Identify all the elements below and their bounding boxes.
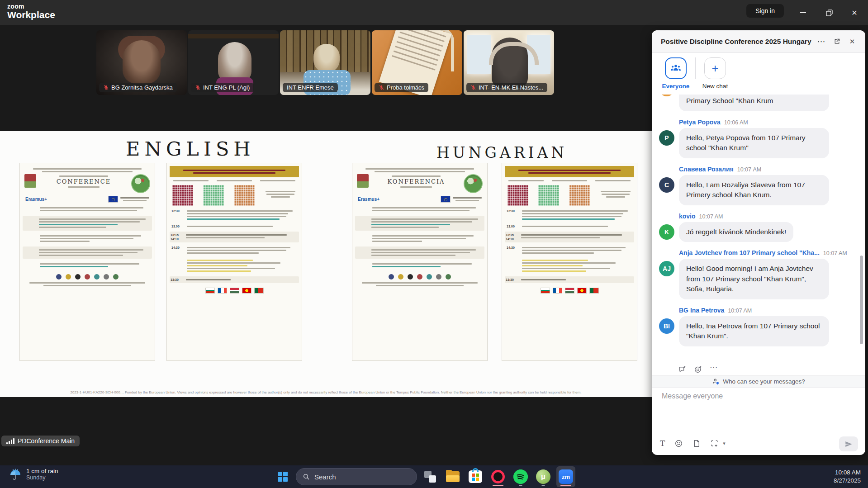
sender-name: Славева Розалия: [679, 166, 734, 173]
taskbar-clock[interactable]: 10:08 AM 8/27/2025: [834, 469, 861, 485]
schedule-time: 13:00: [171, 224, 184, 228]
muted-mic-icon: [195, 85, 201, 90]
poster-title: CONFERENCE: [39, 178, 128, 185]
participant-name-pill: INT ENFR Emese: [283, 83, 338, 92]
video-tile-participant-4[interactable]: Proba tolmács: [372, 30, 462, 95]
utorrent-icon: µ: [536, 469, 550, 484]
participant-name-pill: INT ENG-PL (Agi): [191, 83, 254, 92]
portugal-flag: [254, 288, 264, 294]
reply-in-thread-icon[interactable]: [678, 365, 687, 374]
erasmus-logo: Erasmus+: [358, 197, 379, 202]
message-bubble: Jó reggelt kívánok Mindenkinek!: [679, 222, 793, 242]
running-app-indicator: [519, 485, 522, 486]
spotify-button[interactable]: [511, 466, 530, 487]
schedule-time: 14:30: [171, 246, 184, 250]
minimize-icon: [800, 12, 806, 13]
chat-header: Positive Discipline Conference 2025 Hung…: [652, 30, 865, 53]
weather-day: Sunday: [26, 474, 58, 481]
avatar: AJ: [659, 261, 674, 276]
more-actions-icon[interactable]: ⋯: [710, 365, 717, 374]
minimize-button[interactable]: [796, 5, 810, 20]
participant-silhouette: [218, 42, 251, 83]
participant-name: Proba tolmács: [387, 84, 424, 91]
file-explorer-button[interactable]: [443, 466, 462, 487]
taskbar-weather-widget[interactable]: 1 cm of rain Sunday: [9, 468, 58, 481]
task-view-button[interactable]: [421, 466, 440, 487]
qr-code-orange: [569, 185, 590, 206]
country-flags-row: [171, 288, 297, 294]
screenshot-icon[interactable]: [710, 439, 719, 448]
start-button[interactable]: [273, 466, 292, 487]
format-text-icon[interactable]: T: [660, 439, 665, 448]
pop-out-chat-button[interactable]: [831, 36, 843, 47]
chat-title: Positive Discipline Conference 2025 Hung…: [661, 38, 812, 46]
muted-mic-icon: [103, 85, 109, 90]
emoji-icon[interactable]: [674, 439, 683, 448]
attach-file-icon[interactable]: [693, 439, 701, 448]
sender-name: Anja Jovtchev from 107 Primary school "K…: [679, 249, 820, 256]
participant-name-pill: BG Zornitsa Gaydarska: [99, 83, 177, 92]
tab-new-chat-label: New chat: [702, 83, 728, 90]
who-can-see-bar[interactable]: Who can see your messages?: [652, 375, 865, 388]
opera-gx-button[interactable]: [489, 466, 508, 487]
people-icon: [670, 62, 682, 74]
message-time: 10:07 AM: [728, 308, 752, 314]
restore-button[interactable]: [822, 5, 836, 20]
close-window-button[interactable]: ✕: [847, 5, 862, 20]
video-tile-participant-3[interactable]: INT ENFR Emese: [280, 30, 370, 95]
taskbar-center-icons: Search µ: [273, 465, 575, 488]
message-bubble: Hello, I'm Evelina Kabakova from 107 Pri…: [679, 95, 829, 111]
slide-heading-english: ENGLISH: [126, 137, 255, 160]
opera-gx-icon: [491, 470, 505, 483]
schedule-time: 13:1514:10: [506, 233, 518, 241]
chat-message: AJ Anja Jovtchev from 107 Primary school…: [652, 249, 857, 299]
avatar: K: [659, 224, 674, 240]
bulgaria-flag: [541, 288, 550, 294]
zoom-workplace-window: zoom Workplace Sign in ✕ BG: [0, 0, 868, 488]
rain-umbrella-icon: [9, 468, 22, 481]
tab-everyone[interactable]: Everyone: [662, 57, 690, 90]
shared-screen-content: ENGLISH HUNGARIAN CONFERENCE Erasmus+: [0, 131, 652, 397]
message-bubble: Hello! Good morning! I am Anja Jovtchev …: [679, 259, 829, 299]
message-time: 10:06 AM: [724, 119, 748, 126]
bulgaria-flag: [205, 288, 215, 294]
portugal-flag: [589, 288, 599, 294]
tab-new-chat[interactable]: + New chat: [701, 57, 729, 90]
microsoft-store-button[interactable]: [466, 466, 485, 487]
sender-name: kovio: [679, 213, 696, 220]
video-tile-participant-5[interactable]: INT- EN-MK Eli Nastes...: [464, 30, 554, 95]
privacy-person-icon: [712, 378, 720, 385]
video-thumbnail-strip: BG Zornitsa Gaydarska INT ENG-PL (Agi): [96, 30, 554, 95]
message-input[interactable]: Message everyone: [662, 392, 723, 400]
send-message-button[interactable]: [839, 436, 858, 451]
video-tile-participant-1[interactable]: BG Zornitsa Gaydarska: [96, 30, 187, 95]
chat-message-list[interactable]: Hello, I'm Evelina Kabakova from 107 Pri…: [652, 95, 865, 361]
sign-in-button[interactable]: Sign in: [746, 4, 784, 18]
schedule-time: 14:30: [507, 246, 519, 250]
participant-name: BG Zornitsa Gaydarska: [111, 84, 173, 91]
chat-panel: Positive Discipline Conference 2025 Hung…: [652, 30, 865, 455]
muted-mic-icon: [470, 85, 476, 90]
partner-logos-row: [357, 274, 483, 280]
chat-scrollbar-thumb[interactable]: [860, 256, 863, 344]
schedule-time: 13:1514:10: [171, 233, 183, 241]
pd-schools-logo: [24, 174, 36, 188]
pop-out-icon: [833, 38, 841, 45]
zoom-app-button[interactable]: zm: [556, 466, 575, 487]
participant-name: INT ENG-PL (Agi): [203, 84, 250, 91]
participant-silhouette: [313, 44, 340, 73]
chevron-down-icon[interactable]: ▾: [723, 441, 726, 446]
signal-bars-icon: [6, 438, 14, 444]
add-reaction-icon[interactable]: [694, 365, 702, 374]
utorrent-button[interactable]: µ: [534, 466, 553, 487]
chat-message: C Славева Розалия10:07 AM Hello, I am Ro…: [652, 166, 857, 205]
message-bubble: Hello, Ina Petrova from 107 Primary scho…: [679, 316, 829, 346]
avatar: [659, 95, 674, 96]
taskbar-search-input[interactable]: Search: [296, 468, 417, 485]
video-tile-participant-2[interactable]: INT ENG-PL (Agi): [188, 30, 279, 95]
chat-more-options-button[interactable]: ⋯: [816, 36, 827, 47]
pd-schools-logo: [357, 174, 369, 188]
message-hover-actions: ⋯: [678, 365, 717, 374]
who-can-see-text: Who can see your messages?: [723, 378, 805, 385]
close-chat-button[interactable]: ✕: [846, 36, 858, 47]
